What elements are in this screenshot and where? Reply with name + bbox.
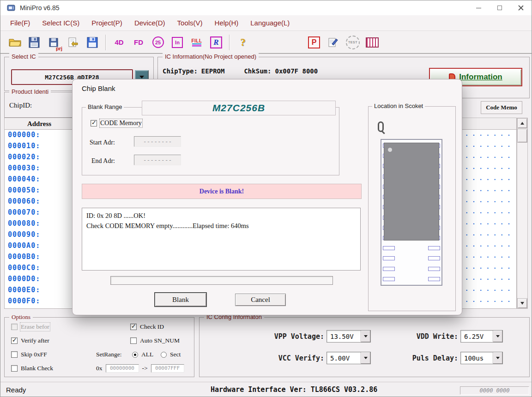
tab-code-memo[interactable]: Code Memo — [481, 101, 522, 114]
cancel-button[interactable]: Cancel — [235, 294, 286, 306]
range-all-radio[interactable]: ALL — [132, 351, 153, 358]
range-start-field[interactable]: 00000000 — [106, 364, 139, 373]
help-icon: ? — [240, 36, 246, 48]
dropdown-button[interactable] — [361, 352, 370, 364]
checkbox-icon — [11, 337, 18, 344]
menu-item-language[interactable]: Language(L) — [244, 17, 296, 29]
range-end-field[interactable]: 00007FFF — [151, 364, 184, 373]
address-cell[interactable]: 000090: — [8, 230, 73, 241]
fill-button[interactable]: FILL — [187, 33, 206, 52]
chevron-down-icon — [364, 335, 368, 337]
blank-check-checkbox[interactable]: Blank Check — [11, 365, 53, 372]
address-cell[interactable]: 0000C0: — [8, 264, 73, 275]
address-cell[interactable]: 000050: — [8, 186, 73, 197]
check-id-checkbox[interactable]: Check ID — [130, 323, 164, 331]
checkbox-icon — [91, 120, 97, 126]
vdd-write-value: 6.25V — [461, 331, 493, 342]
address-cell[interactable]: 000060: — [8, 197, 73, 208]
address-cell[interactable]: 000040: — [8, 175, 73, 186]
end-adr-field[interactable]: -------- — [134, 155, 181, 165]
blank-button[interactable]: Blank — [155, 293, 206, 307]
help-button[interactable]: ? — [233, 33, 253, 52]
address-cell[interactable]: 000070: — [8, 208, 73, 219]
verify-after-label: Verify after — [21, 337, 49, 344]
read-id-icon: 4D — [115, 38, 123, 46]
log-line: ID: 0x 20 8D ......OK! — [86, 211, 356, 221]
save-icon — [29, 37, 40, 48]
vpp-voltage-value: 13.50V — [327, 331, 361, 342]
prj-label: prj — [56, 46, 62, 51]
range-sect-radio[interactable]: Sect — [161, 351, 181, 358]
maximize-icon — [497, 6, 502, 10]
dropdown-button[interactable] — [493, 331, 502, 342]
address-cell[interactable]: 0000F0: — [8, 297, 73, 308]
end-adr-label: End Adr: — [91, 157, 115, 165]
read-device-button[interactable]: FD — [129, 33, 148, 52]
range-fields: 0x 00000000 -> 00007FFF — [96, 364, 184, 373]
log-line: Check CODE MEMORY empty............Elaps… — [86, 221, 356, 231]
dropdown-button[interactable] — [493, 352, 502, 364]
scrollbar-thumb[interactable] — [517, 129, 527, 143]
address-cell[interactable]: 000030: — [8, 164, 73, 175]
address-cell[interactable]: 0000B0: — [8, 253, 73, 264]
device-program-button[interactable]: P — [304, 33, 324, 52]
menu-item-project[interactable]: Project(P) — [85, 17, 128, 29]
address-cell[interactable]: 0000E0: — [8, 286, 73, 297]
puls-delay-select[interactable]: 100us — [460, 352, 503, 364]
chip-blank-dialog: Chip Blank Blank Range CODE Memory Start… — [72, 79, 462, 315]
hex-ascii-row: ....... — [465, 264, 516, 275]
verify-button[interactable]: R — [206, 33, 226, 52]
menu-item-device[interactable]: Device(D) — [128, 17, 171, 29]
scroll-down-button[interactable] — [517, 298, 527, 308]
chksum-value: 0x007F 8000 — [275, 67, 318, 75]
skip-0xff-checkbox[interactable]: Skip 0xFF — [11, 351, 47, 358]
edit-buffer-button[interactable] — [324, 33, 343, 52]
vdd-write-label: VDD Write: — [389, 332, 458, 341]
vertical-scrollbar[interactable] — [517, 118, 528, 309]
menu-item-help[interactable]: Help(H) — [209, 17, 245, 29]
vcc-verify-select[interactable]: 5.00V — [326, 352, 371, 364]
address-cell[interactable]: 0000A0: — [8, 241, 73, 253]
operation-log: ID: 0x 20 8D ......OK!Check CODE MEMORY … — [82, 208, 361, 271]
socket-pin — [383, 256, 395, 260]
menu-item-file[interactable]: File(F) — [4, 17, 36, 29]
code-memory-checkbox[interactable]: CODE Memory — [91, 120, 142, 127]
export-button[interactable] — [63, 33, 83, 52]
progress-bar — [110, 276, 333, 285]
self-test-button[interactable]: TEST — [343, 33, 363, 52]
read-id-button[interactable]: 4D — [109, 33, 129, 52]
dropdown-button[interactable] — [361, 331, 370, 342]
maximize-button[interactable] — [489, 0, 510, 15]
auto-sn-checkbox[interactable]: Auto SN_NUM — [130, 337, 180, 344]
address-cell[interactable]: 0000D0: — [8, 275, 73, 286]
program-button[interactable]: In — [168, 33, 187, 52]
verify-after-checkbox[interactable]: Verify after — [11, 337, 49, 344]
save-button[interactable] — [24, 33, 44, 52]
open-button[interactable] — [5, 33, 24, 52]
minimize-button[interactable] — [468, 0, 489, 15]
buffer-save-button[interactable] — [83, 33, 102, 52]
close-button[interactable] — [510, 0, 532, 15]
blank-check-label: Blank Check — [21, 365, 53, 372]
scroll-up-button[interactable] — [517, 118, 527, 128]
range-sect-label: Sect — [170, 351, 181, 358]
checkbox-icon — [130, 337, 137, 344]
menu-item-tools[interactable]: Tools(V) — [171, 17, 209, 29]
erase-button[interactable]: 25 — [148, 33, 168, 52]
address-cell[interactable]: 000010: — [8, 142, 73, 153]
start-adr-field[interactable]: -------- — [134, 136, 181, 147]
status-ready: Ready — [6, 386, 26, 394]
save-project-button[interactable]: prj — [44, 33, 63, 52]
menu-item-select-ic[interactable]: Select IC(S) — [36, 17, 85, 29]
socket-map-button[interactable] — [363, 33, 382, 52]
address-column-header[interactable]: Address — [5, 118, 75, 129]
puls-delay-value: 100us — [461, 352, 493, 364]
chip-name-banner: M27C256B — [142, 101, 336, 115]
address-cell[interactable]: 000000: — [8, 131, 73, 142]
erase-before-checkbox[interactable]: Erase befor — [11, 323, 49, 331]
address-cell[interactable]: 000080: — [8, 219, 73, 230]
vdd-write-select[interactable]: 6.25V — [460, 330, 503, 343]
address-cell[interactable]: 000020: — [8, 153, 73, 164]
location-in-socket-group: Location in Scoket — [368, 106, 456, 311]
vpp-voltage-select[interactable]: 13.50V — [326, 330, 371, 343]
